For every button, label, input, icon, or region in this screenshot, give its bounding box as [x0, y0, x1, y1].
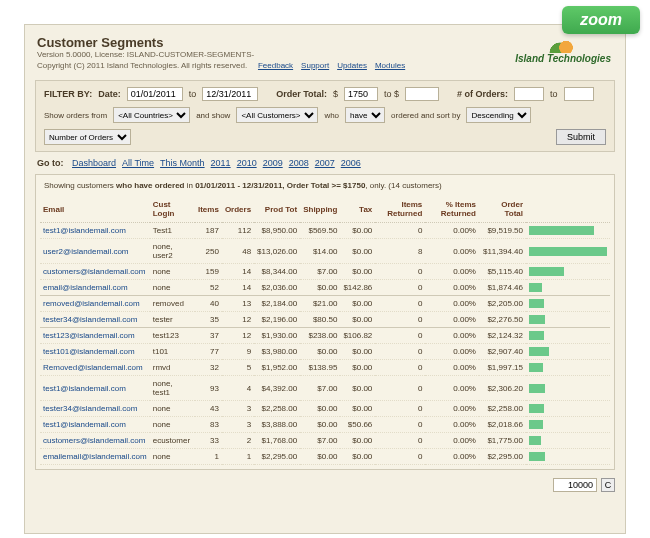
order-total-to-input[interactable] — [405, 87, 439, 101]
cell: 4 — [222, 376, 254, 401]
goto-link[interactable]: All Time — [122, 158, 154, 168]
cell: $7.00 — [300, 433, 340, 449]
cell: 0 — [375, 449, 425, 465]
cell: 159 — [195, 264, 222, 280]
bar-cell — [526, 417, 610, 433]
cell: 1 — [222, 449, 254, 465]
col-header[interactable]: Cust Login — [150, 196, 195, 223]
goto-link[interactable]: 2008 — [289, 158, 309, 168]
table-row: test123@islandemail.comtest1233712$1,930… — [40, 328, 610, 344]
table-row: test1@islandemail.comnone, test1934$4,39… — [40, 376, 610, 401]
cell: test101@islandemail.com — [40, 344, 150, 360]
goto-link[interactable]: 2011 — [211, 158, 231, 168]
cell: t101 — [150, 344, 195, 360]
goto-link[interactable]: 2006 — [341, 158, 361, 168]
cell: 93 — [195, 376, 222, 401]
cell: 0.00% — [425, 449, 479, 465]
header-link[interactable]: Updates — [337, 61, 367, 70]
cell: 48 — [222, 239, 254, 264]
bar-cell — [526, 433, 610, 449]
cell: ecustomer — [150, 433, 195, 449]
zoom-badge[interactable]: zoom — [562, 6, 640, 34]
sort-field-select[interactable]: Number of Orders — [44, 129, 131, 145]
cell: tester — [150, 312, 195, 328]
col-header[interactable]: Prod Tot — [254, 196, 300, 223]
goto-link[interactable]: 2010 — [237, 158, 257, 168]
order-total-from-input[interactable] — [344, 87, 378, 101]
col-header[interactable]: Email — [40, 196, 150, 223]
bar-cell — [526, 312, 610, 328]
table-row: customers@islandemail.comnone15914$8,344… — [40, 264, 610, 280]
value-bar — [529, 436, 541, 445]
col-header[interactable]: Items Returned — [375, 196, 425, 223]
goto-link[interactable]: 2007 — [315, 158, 335, 168]
num-orders-from-input[interactable] — [514, 87, 544, 101]
countries-select[interactable]: <All Countries> — [113, 107, 190, 123]
header-link[interactable]: Feedback — [258, 61, 293, 70]
direction-select[interactable]: Descending — [466, 107, 531, 123]
num-orders-to-input[interactable] — [564, 87, 594, 101]
value-bar — [529, 420, 543, 429]
table-row: user2@islandemail.comnone, user225048$13… — [40, 239, 610, 264]
goto-link[interactable]: 2009 — [263, 158, 283, 168]
col-header[interactable]: Order Total — [479, 196, 526, 223]
logo-icon — [548, 35, 578, 53]
cell: 0 — [375, 401, 425, 417]
goto-link[interactable]: This Month — [160, 158, 205, 168]
bar-cell — [526, 449, 610, 465]
goto-link[interactable]: Dashboard — [72, 158, 116, 168]
cell: email@islandemail.com — [40, 280, 150, 296]
header-links: FeedbackSupportUpdatesModules — [250, 59, 405, 70]
cell: 83 — [195, 417, 222, 433]
cell: tester34@islandemail.com — [40, 401, 150, 417]
cell: 37 — [195, 328, 222, 344]
col-header[interactable] — [526, 196, 610, 223]
cell: $7.00 — [300, 264, 340, 280]
who-label: who — [324, 111, 339, 120]
cell: 0.00% — [425, 223, 479, 239]
cell: 0.00% — [425, 280, 479, 296]
cell: 0.00% — [425, 417, 479, 433]
date-from-input[interactable] — [127, 87, 183, 101]
cell: 14 — [222, 264, 254, 280]
col-header[interactable]: Shipping — [300, 196, 340, 223]
page-size-input[interactable] — [553, 478, 597, 492]
cell: $3,888.00 — [254, 417, 300, 433]
header-link[interactable]: Support — [301, 61, 329, 70]
customers-select[interactable]: <All Customers> — [236, 107, 318, 123]
refresh-icon[interactable]: C — [601, 478, 615, 492]
col-header[interactable]: Items — [195, 196, 222, 223]
cell: $2,124.32 — [479, 328, 526, 344]
bar-cell — [526, 296, 610, 312]
cell: $2,295.00 — [254, 449, 300, 465]
cell: $0.00 — [340, 376, 375, 401]
cell: 1 — [195, 449, 222, 465]
cell: 32 — [195, 360, 222, 376]
cell: 0 — [375, 433, 425, 449]
cell: 3 — [222, 417, 254, 433]
cell: 0 — [375, 328, 425, 344]
cell: 52 — [195, 280, 222, 296]
cell: 0 — [375, 360, 425, 376]
have-select[interactable]: have — [345, 107, 385, 123]
cell: rmvd — [150, 360, 195, 376]
col-header[interactable]: Tax — [340, 196, 375, 223]
submit-button[interactable]: Submit — [556, 129, 606, 145]
cell: Removed@islandemail.com — [40, 360, 150, 376]
cell: 0.00% — [425, 360, 479, 376]
cell: customers@islandemail.com — [40, 264, 150, 280]
cell: $2,295.00 — [479, 449, 526, 465]
to-sep: to $ — [384, 89, 399, 99]
col-header[interactable]: Orders — [222, 196, 254, 223]
cell: 0 — [375, 312, 425, 328]
cell: $0.00 — [340, 433, 375, 449]
value-bar — [529, 331, 544, 340]
col-header[interactable]: % Items Returned — [425, 196, 479, 223]
cell: $1,874.46 — [479, 280, 526, 296]
cell: $569.50 — [300, 223, 340, 239]
cell: $0.00 — [340, 296, 375, 312]
cell: test1@islandemail.com — [40, 376, 150, 401]
cell: $0.00 — [300, 401, 340, 417]
date-to-input[interactable] — [202, 87, 258, 101]
header-link[interactable]: Modules — [375, 61, 405, 70]
